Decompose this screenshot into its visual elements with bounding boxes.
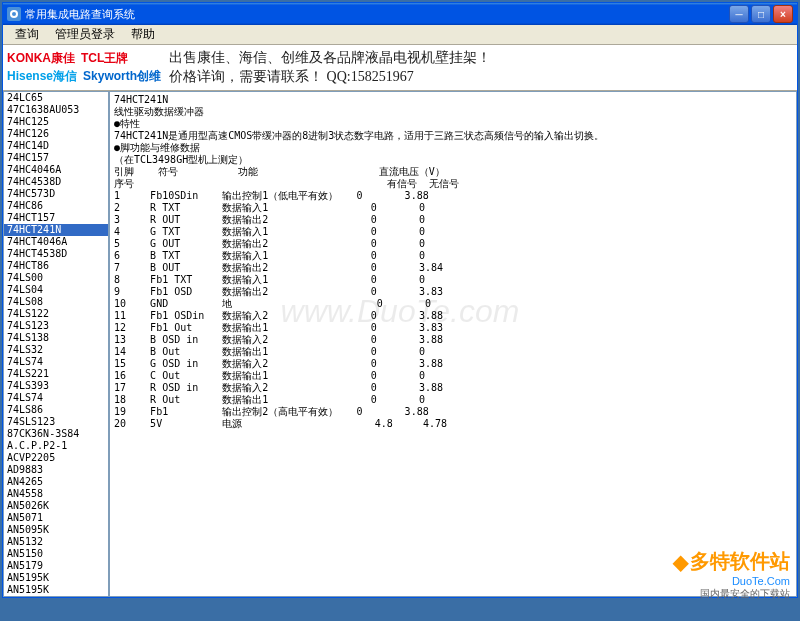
chip-list-item[interactable]: AN5195K [4,572,108,584]
chip-list-item[interactable]: AN4265 [4,476,108,488]
menubar: 查询 管理员登录 帮助 [3,25,797,45]
chip-list-item[interactable]: AN5199 [4,596,108,597]
main-window: 常用集成电路查询系统 ─ □ × 查询 管理员登录 帮助 KONKA康佳 TCL… [2,2,798,598]
chip-list-item[interactable]: AN5026K [4,500,108,512]
app-icon [7,7,21,21]
brand-skyworth: Skyworth创维 [83,68,161,85]
close-button[interactable]: × [773,5,793,23]
maximize-button[interactable]: □ [751,5,771,23]
duote-brand: ◆ 多特软件站 [673,548,790,575]
chip-list-item[interactable]: 74HCT4046A [4,236,108,248]
chip-list-item[interactable]: 87CK36N-3S84 [4,428,108,440]
chip-list-item[interactable]: 47C1638AU053 [4,104,108,116]
chip-list-item[interactable]: 74HC126 [4,128,108,140]
chip-list-item[interactable]: 74LS08 [4,296,108,308]
duote-url: DuoTe.Com [673,575,790,587]
brand-logos: KONKA康佳 TCL王牌 Hisense海信 Skyworth创维 [7,50,161,85]
chip-list-item[interactable]: 74LS00 [4,272,108,284]
chip-list-item[interactable]: 74HC4046A [4,164,108,176]
chip-list-item[interactable]: ACVP2205 [4,452,108,464]
window-controls: ─ □ × [729,5,793,23]
chip-list-item[interactable]: AN5095K [4,524,108,536]
chip-list-item[interactable]: 74HC4538D [4,176,108,188]
menu-admin-login[interactable]: 管理员登录 [47,24,123,45]
brand-tcl: TCL王牌 [81,50,128,67]
window-title: 常用集成电路查询系统 [25,7,135,22]
chip-list-item[interactable]: 74HC573D [4,188,108,200]
content-area: 24LC6547C1638AU05374HC12574HC12674HC14D7… [3,91,797,597]
menu-help[interactable]: 帮助 [123,24,163,45]
ad-line2: 价格详询，需要请联系！ QQ:158251967 [169,68,491,86]
titlebar[interactable]: 常用集成电路查询系统 ─ □ × [3,3,797,25]
chip-list-item[interactable]: AN4558 [4,488,108,500]
chip-list-item[interactable]: A.C.P.P2-1 [4,440,108,452]
chip-list-item[interactable]: AN5071 [4,512,108,524]
chip-list-item[interactable]: 74LS221 [4,368,108,380]
chip-list-item[interactable]: 74LS122 [4,308,108,320]
chip-list-item[interactable]: AD9883 [4,464,108,476]
brand-konka: KONKA康佳 [7,50,75,67]
detail-text: 74HCT241N 线性驱动数据缓冲器 ●特性 74HCT241N是通用型高速C… [114,94,792,430]
ad-text: 出售康佳、海信、创维及各品牌液晶电视机壁挂架！ 价格详询，需要请联系！ QQ:1… [169,49,491,85]
chip-list-item[interactable]: 74LS04 [4,284,108,296]
chip-list-item[interactable]: 74SLS123 [4,416,108,428]
site-logo: ◆ 多特软件站 DuoTe.Com 国内最安全的下载站 [673,548,790,601]
chip-list-item[interactable]: 74LS138 [4,332,108,344]
chip-list-item[interactable]: 74LS74 [4,356,108,368]
chip-list-item[interactable]: 74LS123 [4,320,108,332]
chip-list[interactable]: 24LC6547C1638AU05374HC12574HC12674HC14D7… [3,91,109,597]
chip-list-item[interactable]: 74HCT4538D [4,248,108,260]
chip-list-item[interactable]: 74HC14D [4,140,108,152]
chip-list-item[interactable]: 74HC125 [4,116,108,128]
duote-tag: 国内最安全的下载站 [673,587,790,601]
chip-list-item[interactable]: AN5179 [4,560,108,572]
chip-list-item[interactable]: 74HCT86 [4,260,108,272]
svg-point-1 [12,12,16,16]
chip-list-item[interactable]: 24LC65 [4,92,108,104]
menu-query[interactable]: 查询 [7,24,47,45]
chip-list-item[interactable]: AN5132 [4,536,108,548]
minimize-button[interactable]: ─ [729,5,749,23]
chip-list-item[interactable]: 74LS393 [4,380,108,392]
chip-list-item[interactable]: 74HC157 [4,152,108,164]
chip-list-item[interactable]: AN5150 [4,548,108,560]
chip-list-item[interactable]: 74HCT241N [4,224,108,236]
detail-panel: 74HCT241N 线性驱动数据缓冲器 ●特性 74HCT241N是通用型高速C… [109,91,797,597]
ad-line1: 出售康佳、海信、创维及各品牌液晶电视机壁挂架！ [169,49,491,67]
chip-list-item[interactable]: 74HC86 [4,200,108,212]
chip-list-item[interactable]: AN5195K [4,584,108,596]
duote-icon: ◆ [673,550,688,574]
chip-list-item[interactable]: 74LS86 [4,404,108,416]
ad-banner: KONKA康佳 TCL王牌 Hisense海信 Skyworth创维 出售康佳、… [3,45,797,91]
chip-list-item[interactable]: 74LS32 [4,344,108,356]
chip-list-item[interactable]: 74LS74 [4,392,108,404]
brand-hisense: Hisense海信 [7,68,77,85]
chip-list-item[interactable]: 74HCT157 [4,212,108,224]
